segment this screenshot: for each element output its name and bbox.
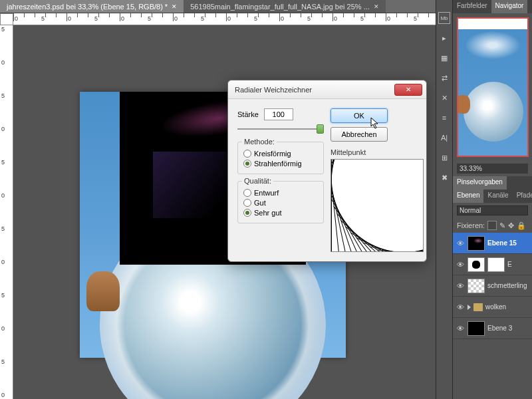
radio-zoom[interactable]: Strahlenförmig xyxy=(243,160,318,168)
layer-name: E xyxy=(507,261,512,268)
method-group-label: Methode: xyxy=(242,138,277,146)
rail-icon-para[interactable]: ⊞ xyxy=(438,152,450,164)
slider-thumb[interactable] xyxy=(317,124,324,134)
rail-icon-char[interactable]: A| xyxy=(438,132,450,144)
tab-channels[interactable]: Kanäle xyxy=(483,190,512,203)
close-button[interactable]: ✕ xyxy=(394,84,422,96)
visibility-icon[interactable]: 👁 xyxy=(456,324,465,333)
visibility-icon[interactable]: 👁 xyxy=(456,260,465,269)
layer-thumbnail[interactable] xyxy=(467,257,485,272)
artwork-dog xyxy=(86,271,120,311)
layer-row[interactable]: 👁E xyxy=(453,254,532,275)
ruler-origin[interactable] xyxy=(0,13,13,25)
rail-icon-grid[interactable]: ▦ xyxy=(438,52,450,64)
radio-label: Gut xyxy=(254,199,266,207)
radio-icon xyxy=(243,150,251,158)
rail-icon-mb[interactable]: Mb xyxy=(438,12,450,24)
layer-row[interactable]: 👁wolken xyxy=(453,297,532,318)
quality-group: Qualität: Entwurf Gut Sehr gut xyxy=(237,181,324,223)
tab-document-1[interactable]: jahreszeiten3.psd bei 33,3% (Ebene 15, R… xyxy=(0,0,184,13)
method-group: Methode: Kreisförmig Strahlenförmig xyxy=(237,142,324,174)
lock-all-icon[interactable]: 🔒 xyxy=(517,221,526,230)
document-tabs: jahreszeiten3.psd bei 33,3% (Ebene 15, R… xyxy=(0,0,436,13)
layer-name: Ebene 3 xyxy=(487,325,512,332)
layer-name: wolken xyxy=(485,303,506,311)
visibility-icon[interactable]: 👁 xyxy=(456,303,465,312)
panel-rail: Mb ▸ ▦ ⇄ ✕ ≡ A| ⊞ ✖ xyxy=(436,0,452,399)
radio-spin[interactable]: Kreisförmig xyxy=(243,150,318,158)
lock-row: Fixieren: ✎ ✥ 🔒 xyxy=(453,218,532,233)
navigator-thumbnail[interactable] xyxy=(457,17,529,157)
visibility-icon[interactable]: 👁 xyxy=(456,281,465,291)
tab-label: jahreszeiten3.psd bei 33,3% (Ebene 15, R… xyxy=(7,3,168,11)
lock-brush-icon[interactable]: ✎ xyxy=(499,221,505,230)
radio-label: Kreisförmig xyxy=(254,150,291,158)
close-icon[interactable]: ✕ xyxy=(374,3,379,10)
zoom-value[interactable]: 33.33% xyxy=(457,164,528,174)
layer-name: schmetterling xyxy=(487,282,527,289)
radio-good[interactable]: Gut xyxy=(243,199,318,207)
layer-thumbnail[interactable] xyxy=(467,321,485,336)
radio-draft[interactable]: Entwurf xyxy=(243,189,318,197)
rail-icon-play[interactable]: ▸ xyxy=(438,32,450,44)
layer-row[interactable]: 👁schmetterling xyxy=(453,275,532,297)
navigator-body xyxy=(453,13,532,161)
quality-group-label: Qualität: xyxy=(242,177,273,185)
visibility-icon[interactable]: 👁 xyxy=(456,239,465,248)
right-panels: Farbfelder Navigator 33.33% Pinselvorgab… xyxy=(452,0,532,399)
folder-icon xyxy=(473,303,483,311)
tab-layers[interactable]: Ebenen xyxy=(453,190,483,203)
amount-input[interactable] xyxy=(264,108,293,120)
layer-thumbnail[interactable] xyxy=(467,279,485,293)
radio-icon xyxy=(243,160,251,168)
tab-swatches[interactable]: Farbfelder xyxy=(453,0,491,13)
layer-mask-thumbnail[interactable] xyxy=(487,257,505,272)
rail-icon-list[interactable]: ≡ xyxy=(438,112,450,124)
cursor-icon xyxy=(370,117,381,130)
radio-icon xyxy=(243,209,251,217)
ruler-horizontal[interactable]: 0505050505050505 xyxy=(13,13,436,25)
layer-row[interactable]: 👁Ebene 15 xyxy=(453,233,532,254)
radio-icon xyxy=(243,199,251,207)
tab-navigator[interactable]: Navigator xyxy=(491,0,528,13)
rail-icon-swap[interactable]: ⇄ xyxy=(438,72,450,84)
lock-move-icon[interactable]: ✥ xyxy=(508,221,514,230)
radio-best[interactable]: Sehr gut xyxy=(243,209,318,217)
tab-document-2[interactable]: 561985main_flamingstar_full_full_NASA.jp… xyxy=(184,0,386,13)
lock-label: Fixieren: xyxy=(457,221,485,229)
layer-thumbnail[interactable] xyxy=(467,236,485,251)
rail-icon-brush[interactable]: ✕ xyxy=(438,92,450,104)
ruler-vertical[interactable]: 505050505050 xyxy=(0,25,13,399)
blend-mode-select[interactable]: Normal xyxy=(457,205,528,215)
dialog-title: Radialer Weichzeichner xyxy=(235,86,394,94)
blur-center-preview[interactable] xyxy=(331,159,424,252)
center-label: Mittelpunkt xyxy=(331,148,424,156)
lock-transparent-icon[interactable] xyxy=(487,221,497,230)
radio-icon xyxy=(243,189,251,197)
radio-label: Strahlenförmig xyxy=(254,160,302,168)
rail-icon-tool[interactable]: ✖ xyxy=(438,172,450,184)
tab-paths[interactable]: Pfade xyxy=(513,190,532,203)
slider-track xyxy=(237,128,324,130)
layer-name: Ebene 15 xyxy=(487,239,517,247)
tab-label: 561985main_flamingstar_full_full_NASA.jp… xyxy=(190,3,370,11)
tab-brush-presets[interactable]: Pinselvorgaben xyxy=(453,176,507,190)
dialog-titlebar[interactable]: Radialer Weichzeichner ✕ xyxy=(228,80,426,99)
amount-slider[interactable] xyxy=(237,124,324,134)
layers-list: 👁Ebene 15👁E👁schmetterling👁wolken👁Ebene 3 xyxy=(453,233,532,399)
close-icon[interactable]: ✕ xyxy=(172,3,177,10)
amount-label: Stärke xyxy=(237,110,259,118)
expand-icon[interactable] xyxy=(467,305,471,310)
layer-row[interactable]: 👁Ebene 3 xyxy=(453,318,532,339)
radio-label: Sehr gut xyxy=(254,209,282,217)
radial-blur-dialog: Radialer Weichzeichner ✕ Stärke Methode:… xyxy=(227,80,427,262)
radio-label: Entwurf xyxy=(254,189,279,197)
